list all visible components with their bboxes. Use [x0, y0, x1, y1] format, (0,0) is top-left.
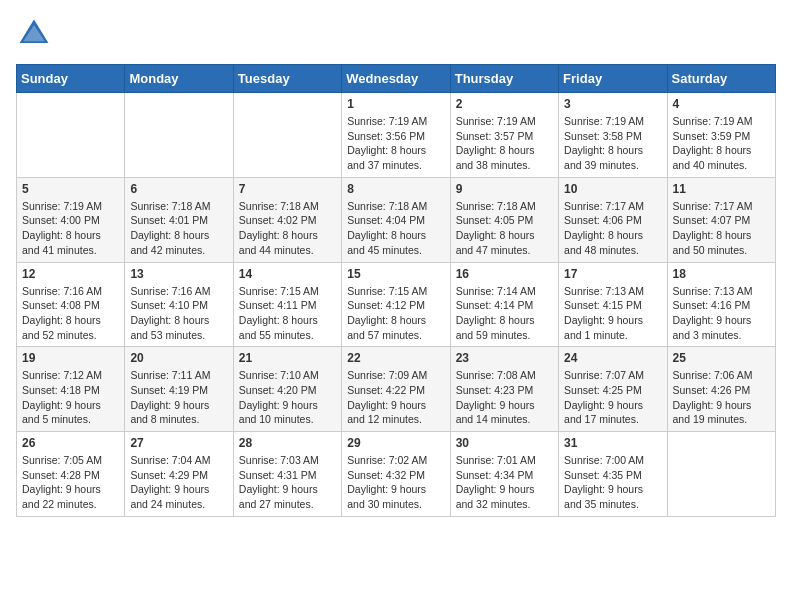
day-number: 22 [347, 351, 444, 365]
day-content: Sunrise: 7:18 AM Sunset: 4:05 PM Dayligh… [456, 199, 553, 258]
calendar-cell: 26Sunrise: 7:05 AM Sunset: 4:28 PM Dayli… [17, 432, 125, 517]
day-content: Sunrise: 7:00 AM Sunset: 4:35 PM Dayligh… [564, 453, 661, 512]
day-number: 25 [673, 351, 770, 365]
calendar-cell: 18Sunrise: 7:13 AM Sunset: 4:16 PM Dayli… [667, 262, 775, 347]
day-content: Sunrise: 7:10 AM Sunset: 4:20 PM Dayligh… [239, 368, 336, 427]
calendar-cell: 22Sunrise: 7:09 AM Sunset: 4:22 PM Dayli… [342, 347, 450, 432]
day-number: 15 [347, 267, 444, 281]
day-number: 24 [564, 351, 661, 365]
calendar-week-2: 5Sunrise: 7:19 AM Sunset: 4:00 PM Daylig… [17, 177, 776, 262]
day-content: Sunrise: 7:17 AM Sunset: 4:06 PM Dayligh… [564, 199, 661, 258]
day-number: 18 [673, 267, 770, 281]
calendar-cell: 4Sunrise: 7:19 AM Sunset: 3:59 PM Daylig… [667, 93, 775, 178]
day-number: 29 [347, 436, 444, 450]
day-content: Sunrise: 7:13 AM Sunset: 4:16 PM Dayligh… [673, 284, 770, 343]
calendar-cell: 2Sunrise: 7:19 AM Sunset: 3:57 PM Daylig… [450, 93, 558, 178]
day-content: Sunrise: 7:11 AM Sunset: 4:19 PM Dayligh… [130, 368, 227, 427]
day-content: Sunrise: 7:07 AM Sunset: 4:25 PM Dayligh… [564, 368, 661, 427]
day-content: Sunrise: 7:05 AM Sunset: 4:28 PM Dayligh… [22, 453, 119, 512]
day-number: 6 [130, 182, 227, 196]
calendar-cell: 19Sunrise: 7:12 AM Sunset: 4:18 PM Dayli… [17, 347, 125, 432]
day-content: Sunrise: 7:13 AM Sunset: 4:15 PM Dayligh… [564, 284, 661, 343]
day-number: 5 [22, 182, 119, 196]
calendar-cell: 15Sunrise: 7:15 AM Sunset: 4:12 PM Dayli… [342, 262, 450, 347]
day-content: Sunrise: 7:03 AM Sunset: 4:31 PM Dayligh… [239, 453, 336, 512]
day-number: 11 [673, 182, 770, 196]
calendar-week-3: 12Sunrise: 7:16 AM Sunset: 4:08 PM Dayli… [17, 262, 776, 347]
column-header-tuesday: Tuesday [233, 65, 341, 93]
calendar-cell: 21Sunrise: 7:10 AM Sunset: 4:20 PM Dayli… [233, 347, 341, 432]
column-header-monday: Monday [125, 65, 233, 93]
calendar-cell: 3Sunrise: 7:19 AM Sunset: 3:58 PM Daylig… [559, 93, 667, 178]
calendar-cell: 7Sunrise: 7:18 AM Sunset: 4:02 PM Daylig… [233, 177, 341, 262]
calendar-cell: 1Sunrise: 7:19 AM Sunset: 3:56 PM Daylig… [342, 93, 450, 178]
page-header [16, 16, 776, 52]
calendar-cell [125, 93, 233, 178]
day-number: 10 [564, 182, 661, 196]
day-content: Sunrise: 7:19 AM Sunset: 3:57 PM Dayligh… [456, 114, 553, 173]
day-content: Sunrise: 7:04 AM Sunset: 4:29 PM Dayligh… [130, 453, 227, 512]
day-number: 2 [456, 97, 553, 111]
day-number: 28 [239, 436, 336, 450]
calendar-cell: 8Sunrise: 7:18 AM Sunset: 4:04 PM Daylig… [342, 177, 450, 262]
calendar-cell: 17Sunrise: 7:13 AM Sunset: 4:15 PM Dayli… [559, 262, 667, 347]
calendar-cell [233, 93, 341, 178]
day-number: 3 [564, 97, 661, 111]
calendar-week-4: 19Sunrise: 7:12 AM Sunset: 4:18 PM Dayli… [17, 347, 776, 432]
day-number: 21 [239, 351, 336, 365]
day-number: 23 [456, 351, 553, 365]
day-number: 9 [456, 182, 553, 196]
day-content: Sunrise: 7:18 AM Sunset: 4:04 PM Dayligh… [347, 199, 444, 258]
calendar-cell: 31Sunrise: 7:00 AM Sunset: 4:35 PM Dayli… [559, 432, 667, 517]
calendar-cell [667, 432, 775, 517]
calendar-cell: 20Sunrise: 7:11 AM Sunset: 4:19 PM Dayli… [125, 347, 233, 432]
column-header-friday: Friday [559, 65, 667, 93]
column-header-wednesday: Wednesday [342, 65, 450, 93]
day-number: 14 [239, 267, 336, 281]
day-content: Sunrise: 7:01 AM Sunset: 4:34 PM Dayligh… [456, 453, 553, 512]
day-content: Sunrise: 7:19 AM Sunset: 3:56 PM Dayligh… [347, 114, 444, 173]
calendar-table: SundayMondayTuesdayWednesdayThursdayFrid… [16, 64, 776, 517]
day-number: 16 [456, 267, 553, 281]
day-number: 30 [456, 436, 553, 450]
calendar-cell: 5Sunrise: 7:19 AM Sunset: 4:00 PM Daylig… [17, 177, 125, 262]
calendar-cell: 30Sunrise: 7:01 AM Sunset: 4:34 PM Dayli… [450, 432, 558, 517]
calendar-cell: 24Sunrise: 7:07 AM Sunset: 4:25 PM Dayli… [559, 347, 667, 432]
calendar-week-1: 1Sunrise: 7:19 AM Sunset: 3:56 PM Daylig… [17, 93, 776, 178]
day-content: Sunrise: 7:09 AM Sunset: 4:22 PM Dayligh… [347, 368, 444, 427]
day-content: Sunrise: 7:12 AM Sunset: 4:18 PM Dayligh… [22, 368, 119, 427]
day-number: 8 [347, 182, 444, 196]
calendar-cell: 23Sunrise: 7:08 AM Sunset: 4:23 PM Dayli… [450, 347, 558, 432]
day-number: 20 [130, 351, 227, 365]
column-header-sunday: Sunday [17, 65, 125, 93]
day-number: 31 [564, 436, 661, 450]
day-number: 27 [130, 436, 227, 450]
day-content: Sunrise: 7:19 AM Sunset: 3:58 PM Dayligh… [564, 114, 661, 173]
day-content: Sunrise: 7:18 AM Sunset: 4:02 PM Dayligh… [239, 199, 336, 258]
day-content: Sunrise: 7:06 AM Sunset: 4:26 PM Dayligh… [673, 368, 770, 427]
calendar-header-row: SundayMondayTuesdayWednesdayThursdayFrid… [17, 65, 776, 93]
day-number: 19 [22, 351, 119, 365]
day-content: Sunrise: 7:16 AM Sunset: 4:08 PM Dayligh… [22, 284, 119, 343]
column-header-saturday: Saturday [667, 65, 775, 93]
logo-icon [16, 16, 52, 52]
day-number: 26 [22, 436, 119, 450]
day-content: Sunrise: 7:15 AM Sunset: 4:11 PM Dayligh… [239, 284, 336, 343]
day-number: 4 [673, 97, 770, 111]
calendar-cell: 11Sunrise: 7:17 AM Sunset: 4:07 PM Dayli… [667, 177, 775, 262]
day-content: Sunrise: 7:15 AM Sunset: 4:12 PM Dayligh… [347, 284, 444, 343]
day-content: Sunrise: 7:08 AM Sunset: 4:23 PM Dayligh… [456, 368, 553, 427]
day-content: Sunrise: 7:14 AM Sunset: 4:14 PM Dayligh… [456, 284, 553, 343]
logo [16, 16, 56, 52]
day-content: Sunrise: 7:19 AM Sunset: 3:59 PM Dayligh… [673, 114, 770, 173]
calendar-cell: 9Sunrise: 7:18 AM Sunset: 4:05 PM Daylig… [450, 177, 558, 262]
day-number: 1 [347, 97, 444, 111]
day-content: Sunrise: 7:17 AM Sunset: 4:07 PM Dayligh… [673, 199, 770, 258]
calendar-cell: 28Sunrise: 7:03 AM Sunset: 4:31 PM Dayli… [233, 432, 341, 517]
day-content: Sunrise: 7:19 AM Sunset: 4:00 PM Dayligh… [22, 199, 119, 258]
calendar-week-5: 26Sunrise: 7:05 AM Sunset: 4:28 PM Dayli… [17, 432, 776, 517]
calendar-cell [17, 93, 125, 178]
calendar-cell: 27Sunrise: 7:04 AM Sunset: 4:29 PM Dayli… [125, 432, 233, 517]
day-number: 17 [564, 267, 661, 281]
calendar-cell: 13Sunrise: 7:16 AM Sunset: 4:10 PM Dayli… [125, 262, 233, 347]
